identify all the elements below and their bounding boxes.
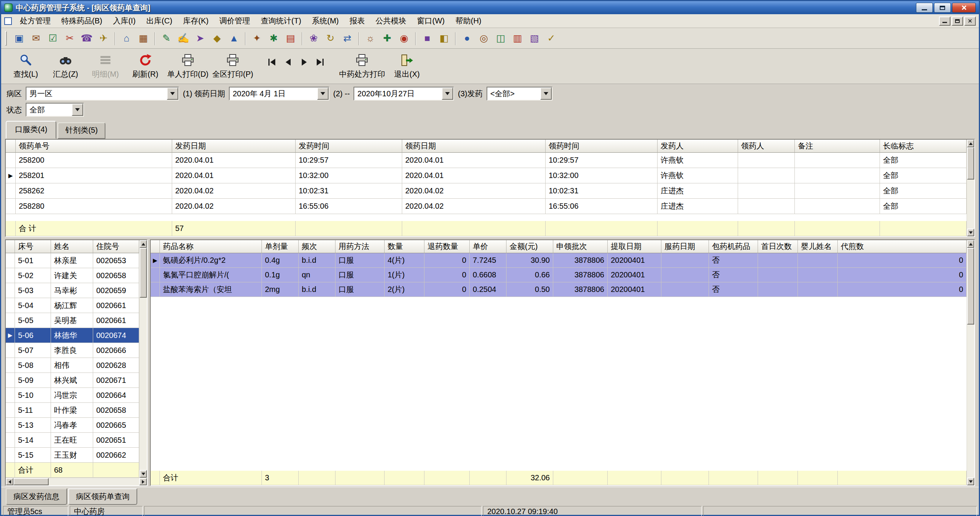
minimize-button[interactable] xyxy=(916,3,933,13)
calendar-icon[interactable]: ▤ xyxy=(282,31,299,46)
column-header[interactable]: 床号 xyxy=(15,240,51,253)
menu-item-inbound[interactable]: 入库(I) xyxy=(108,14,141,28)
tab-ward-order-query[interactable]: 病区领药单查询 xyxy=(68,488,137,505)
order-row[interactable]: 258280 2020.04.02 16:55:06 2020.04.02 16… xyxy=(6,199,967,214)
patient-row[interactable]: 5-14 王在旺 0020651 xyxy=(6,433,139,448)
scroll-down-button[interactable] xyxy=(140,470,147,478)
menu-item-query-stats[interactable]: 查询统计(T) xyxy=(256,14,306,28)
dropdown-button[interactable] xyxy=(540,87,552,100)
column-header[interactable]: 包药机药品 xyxy=(709,240,758,253)
copy-icon[interactable]: ▧ xyxy=(526,31,543,46)
menu-item-prescription[interactable]: 处方管理 xyxy=(15,14,56,28)
dispense-combobox[interactable]: <全部> xyxy=(487,87,552,101)
close-button[interactable] xyxy=(952,3,976,13)
diamond-icon[interactable]: ◆ xyxy=(209,31,225,46)
exit-button[interactable]: 退出(X) xyxy=(388,50,425,83)
print-tcm-button[interactable]: 中药处方打印 xyxy=(339,50,385,83)
arrow-icon[interactable]: ➤ xyxy=(192,31,209,46)
column-header[interactable]: 姓名 xyxy=(51,240,93,253)
column-header[interactable]: 长临标志 xyxy=(880,140,967,153)
patient-row[interactable]: 5-04 杨江辉 0020661 xyxy=(6,298,139,313)
menu-item-system[interactable]: 系统(M) xyxy=(307,14,344,28)
scroll-thumb[interactable] xyxy=(13,478,49,485)
find-button[interactable]: 查找(L) xyxy=(7,50,44,83)
column-header[interactable]: 退药数量 xyxy=(424,240,470,253)
patient-table-hscrollbar[interactable] xyxy=(6,478,147,485)
print-area-button[interactable]: 全区打印(P) xyxy=(212,50,254,83)
column-header[interactable]: 领药时间 xyxy=(546,140,658,153)
scroll-left-button[interactable] xyxy=(6,478,13,485)
menu-item-window[interactable]: 窗口(W) xyxy=(412,14,450,28)
dropdown-button[interactable] xyxy=(167,87,178,100)
column-header[interactable]: 婴儿姓名 xyxy=(798,240,838,253)
order-row[interactable]: 258262 2020.04.02 10:02:31 2020.04.02 10… xyxy=(6,183,967,199)
column-header[interactable]: 单价 xyxy=(470,240,506,253)
scroll-thumb[interactable] xyxy=(967,147,974,180)
patient-row[interactable]: 5-01 林亲星 0020653 xyxy=(6,253,139,268)
column-header[interactable]: 住院号 xyxy=(93,240,139,253)
card-icon[interactable]: ▣ xyxy=(11,31,28,46)
patient-row[interactable]: 5-15 王玉财 0020662 xyxy=(6,448,139,463)
sun-icon[interactable]: ☼ xyxy=(362,31,379,46)
child-close-button[interactable] xyxy=(964,16,976,26)
signature-icon[interactable]: ✍ xyxy=(175,31,192,46)
column-header[interactable]: 首日次数 xyxy=(758,240,798,253)
patient-row[interactable]: 5-11 叶作梁 0020658 xyxy=(6,403,139,418)
next-record-button[interactable] xyxy=(297,56,311,68)
column-header[interactable]: 单剂量 xyxy=(262,240,299,253)
child-window-icon[interactable] xyxy=(4,17,12,25)
tab-injection[interactable]: 针剂类(5) xyxy=(58,122,105,139)
column-header[interactable]: 代煎数 xyxy=(838,240,967,253)
column-header[interactable]: 领药单号 xyxy=(16,140,172,153)
drug-row[interactable]: 氯氮平口腔崩解片/( 0.1g qn 口服 1(片) 0 0.6608 0.66… xyxy=(151,268,967,282)
menu-item-price-adjust[interactable]: 调价管理 xyxy=(214,14,255,28)
dropdown-button[interactable] xyxy=(72,104,83,116)
window-icon[interactable]: ◫ xyxy=(492,31,509,46)
patient-row[interactable]: 5-10 冯世宗 0020664 xyxy=(6,388,139,403)
patient-row[interactable]: 5-07 李胜良 0020666 xyxy=(6,343,139,358)
tab-oral[interactable]: 口服类(4) xyxy=(6,121,56,139)
column-header[interactable]: 发药时间 xyxy=(296,140,402,153)
order-row[interactable]: 258200 2020.04.01 10:29:57 2020.04.01 10… xyxy=(6,153,967,168)
column-header[interactable]: 提取日期 xyxy=(608,240,661,253)
scroll-up-button[interactable] xyxy=(967,240,974,248)
column-header[interactable]: 药品名称 xyxy=(160,240,262,253)
prev-record-button[interactable] xyxy=(281,56,295,68)
menu-item-reports[interactable]: 报表 xyxy=(345,14,370,28)
target-icon[interactable]: ◉ xyxy=(396,31,413,46)
bell-icon[interactable]: ✱ xyxy=(265,31,282,46)
column-header[interactable]: 备注 xyxy=(795,140,880,153)
plane-icon[interactable]: ✈ xyxy=(95,31,112,46)
first-record-button[interactable] xyxy=(265,56,279,68)
toolbar-grip[interactable] xyxy=(5,31,7,46)
patient-row[interactable]: ▶ 5-06 林德华 0020674 xyxy=(6,328,139,343)
menu-item-stock[interactable]: 库存(K) xyxy=(178,14,214,28)
ball-icon[interactable]: ● xyxy=(459,31,475,46)
dropdown-button[interactable] xyxy=(442,87,453,100)
star-icon[interactable]: ✦ xyxy=(248,31,265,46)
patient-row[interactable]: 5-13 冯春孝 0020665 xyxy=(6,418,139,433)
title-bar[interactable]: 中心药房管理子系统 - [病区领药单查询] xyxy=(1,1,979,14)
cross-icon[interactable]: ✚ xyxy=(379,31,396,46)
monitor-icon[interactable]: ▥ xyxy=(509,31,526,46)
maximize-button[interactable] xyxy=(934,3,951,13)
folder-icon[interactable]: ◧ xyxy=(436,31,452,46)
scroll-down-button[interactable] xyxy=(967,229,974,236)
scroll-up-button[interactable] xyxy=(967,140,974,147)
scroll-up-button[interactable] xyxy=(140,240,147,248)
column-header[interactable]: 申领批次 xyxy=(553,240,608,253)
column-header[interactable]: 数量 xyxy=(385,240,424,253)
scroll-thumb[interactable] xyxy=(967,248,974,325)
home-icon[interactable]: ⌂ xyxy=(118,31,135,46)
chart-icon[interactable]: ▲ xyxy=(225,31,242,46)
scroll-thumb[interactable] xyxy=(140,248,147,298)
date-to-combobox[interactable]: 2020年10月27日 xyxy=(354,87,454,101)
drug-row[interactable]: 盐酸苯海索片（安坦 2mg b.i.d 口服 2(片) 0 0.2504 0.5… xyxy=(151,282,967,297)
patient-row[interactable]: 5-09 林兴斌 0020671 xyxy=(6,373,139,388)
date-from-combobox[interactable]: 2020年 4月 1日 xyxy=(229,87,329,101)
detail-button[interactable]: 明细(M) xyxy=(87,50,124,83)
child-minimize-button[interactable] xyxy=(939,16,950,26)
column-header[interactable]: 领药日期 xyxy=(402,140,546,153)
column-header[interactable]: 金额(元) xyxy=(506,240,553,253)
phone-icon[interactable]: ☎ xyxy=(78,31,95,46)
